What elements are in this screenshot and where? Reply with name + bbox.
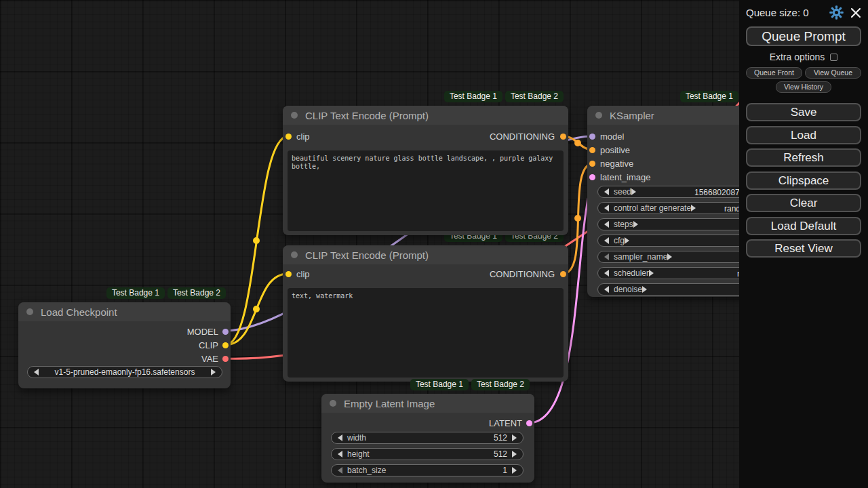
settings-gear-icon[interactable] bbox=[829, 5, 844, 20]
wire-midpoint-dot[interactable] bbox=[574, 215, 581, 222]
node-title: CLIP Text Encode (Prompt) bbox=[305, 249, 429, 261]
widget-label: control after generate bbox=[614, 203, 691, 213]
increment-arrow-icon[interactable] bbox=[512, 467, 517, 474]
input-label-model: model bbox=[600, 131, 624, 142]
load-button[interactable]: Load bbox=[746, 126, 861, 144]
increment-arrow-icon[interactable] bbox=[512, 434, 517, 441]
widget-label: sampler_name bbox=[614, 252, 667, 262]
decrement-arrow-icon[interactable] bbox=[604, 221, 609, 228]
output-slot-conditioning[interactable] bbox=[560, 134, 566, 140]
node-canvas[interactable]: Test Badge 1 Test Badge 2 Load Checkpoin… bbox=[0, 0, 868, 488]
prompt-textarea[interactable]: text, watermark bbox=[288, 288, 564, 378]
increment-arrow-icon[interactable] bbox=[625, 237, 629, 244]
node-empty-latent-image[interactable]: Test Badge 1 Test Badge 2 Empty Latent I… bbox=[321, 394, 534, 483]
collapse-dot-icon[interactable] bbox=[595, 112, 602, 119]
increment-arrow-icon[interactable] bbox=[512, 451, 517, 458]
decrement-arrow-icon[interactable] bbox=[604, 188, 609, 195]
refresh-button[interactable]: Refresh bbox=[746, 148, 861, 167]
combo-right-arrow-icon[interactable] bbox=[211, 369, 216, 375]
queue-front-button[interactable]: Queue Front bbox=[746, 67, 802, 79]
clipspace-button[interactable]: Clipspace bbox=[746, 171, 861, 190]
view-queue-button[interactable]: View Queue bbox=[805, 67, 861, 79]
extra-options-checkbox[interactable] bbox=[830, 54, 837, 61]
input-label-clip: clip bbox=[296, 269, 310, 279]
output-slot-vae[interactable] bbox=[222, 356, 229, 362]
queue-prompt-button[interactable]: Queue Prompt bbox=[746, 26, 861, 46]
decrement-arrow-icon[interactable] bbox=[338, 451, 342, 458]
combo-left-arrow-icon[interactable] bbox=[604, 253, 609, 260]
collapse-dot-icon[interactable] bbox=[291, 251, 298, 258]
load-default-button[interactable]: Load Default bbox=[746, 217, 861, 235]
input-slot-model[interactable] bbox=[589, 134, 595, 140]
node-clip-text-encode-positive[interactable]: Test Badge 1 Test Badge 2 CLIP Text Enco… bbox=[283, 106, 568, 235]
input-slot-clip[interactable] bbox=[285, 134, 292, 140]
node-clip-text-encode-negative[interactable]: Test Badge 1 Test Badge 2 CLIP Text Enco… bbox=[283, 245, 568, 382]
input-label-latent-image: latent_image bbox=[600, 172, 650, 182]
badge-row: Test Badge 1 Test Badge 2 bbox=[444, 91, 564, 102]
node-title: KSampler bbox=[610, 110, 654, 121]
node-titlebar[interactable]: Empty Latent Image bbox=[321, 394, 534, 413]
node-title: Empty Latent Image bbox=[344, 398, 435, 409]
height-number-widget[interactable]: height 512 bbox=[331, 448, 524, 460]
input-slot-latent-image[interactable] bbox=[589, 174, 595, 180]
widget-label: denoise bbox=[614, 285, 642, 294]
increment-arrow-icon[interactable] bbox=[642, 286, 647, 293]
increment-arrow-icon[interactable] bbox=[633, 221, 638, 228]
widget-label: width bbox=[347, 433, 366, 443]
combo-right-arrow-icon[interactable] bbox=[667, 253, 672, 260]
ckpt-name-combo[interactable]: v1-5-pruned-emaonly-fp16.safetensors bbox=[27, 366, 222, 378]
decrement-arrow-icon[interactable] bbox=[604, 237, 609, 244]
menu-panel: Queue size: 0 bbox=[739, 0, 868, 488]
widget-value: 512 bbox=[494, 433, 507, 443]
extra-options-label: Extra options bbox=[770, 52, 825, 62]
prompt-textarea[interactable]: beautiful scenery nature glass bottle la… bbox=[288, 150, 564, 231]
increment-arrow-icon[interactable] bbox=[631, 188, 636, 195]
collapse-dot-icon[interactable] bbox=[26, 308, 33, 315]
collapse-dot-icon[interactable] bbox=[330, 400, 336, 407]
widget-value: 1 bbox=[502, 466, 507, 475]
input-slot-negative[interactable] bbox=[589, 161, 595, 167]
collapse-dot-icon[interactable] bbox=[291, 112, 298, 119]
decrement-arrow-icon[interactable] bbox=[604, 286, 609, 293]
input-slot-positive[interactable] bbox=[589, 147, 595, 153]
view-history-button[interactable]: View History bbox=[776, 81, 831, 93]
widget-value: 1566802087 bbox=[694, 188, 740, 197]
node-titlebar[interactable]: Load Checkpoint bbox=[18, 302, 231, 321]
batch-size-number-widget[interactable]: batch_size 1 bbox=[331, 464, 524, 476]
node-badge: Test Badge 1 bbox=[680, 91, 738, 102]
reset-view-button[interactable]: Reset View bbox=[746, 239, 861, 258]
save-button[interactable]: Save bbox=[746, 103, 861, 121]
output-slot-model[interactable] bbox=[222, 329, 229, 335]
wire-midpoint-dot[interactable] bbox=[253, 306, 260, 312]
decrement-arrow-icon[interactable] bbox=[338, 467, 342, 474]
output-label-vae: VAE bbox=[201, 354, 218, 364]
node-titlebar[interactable]: CLIP Text Encode (Prompt) bbox=[283, 245, 568, 264]
node-badge: Test Badge 1 bbox=[106, 287, 165, 299]
combo-right-arrow-icon[interactable] bbox=[691, 205, 696, 211]
queue-size-label: Queue size: 0 bbox=[746, 7, 829, 18]
node-badge: Test Badge 2 bbox=[505, 91, 564, 102]
input-slot-clip[interactable] bbox=[285, 271, 292, 277]
clear-button[interactable]: Clear bbox=[746, 194, 861, 212]
output-label-clip: CLIP bbox=[199, 340, 218, 350]
combo-left-arrow-icon[interactable] bbox=[34, 369, 39, 375]
node-titlebar[interactable]: CLIP Text Encode (Prompt) bbox=[283, 106, 568, 125]
node-badge: Test Badge 1 bbox=[410, 379, 469, 390]
input-label-negative: negative bbox=[600, 159, 633, 169]
output-slot-conditioning[interactable] bbox=[560, 271, 566, 277]
node-load-checkpoint[interactable]: Test Badge 1 Test Badge 2 Load Checkpoin… bbox=[18, 302, 231, 388]
wire-midpoint-dot[interactable] bbox=[574, 140, 581, 146]
combo-right-arrow-icon[interactable] bbox=[649, 270, 654, 277]
output-slot-latent[interactable] bbox=[526, 420, 532, 426]
output-slot-clip[interactable] bbox=[222, 342, 229, 348]
decrement-arrow-icon[interactable] bbox=[338, 434, 342, 441]
wire-midpoint-dot[interactable] bbox=[253, 237, 260, 244]
close-icon[interactable] bbox=[850, 7, 861, 18]
combo-left-arrow-icon[interactable] bbox=[604, 205, 609, 211]
input-label-positive: positive bbox=[600, 145, 630, 155]
combo-left-arrow-icon[interactable] bbox=[604, 270, 609, 277]
widget-label: steps bbox=[614, 220, 633, 229]
output-label-latent: LATENT bbox=[489, 418, 522, 428]
width-number-widget[interactable]: width 512 bbox=[331, 432, 524, 444]
node-badge: Test Badge 2 bbox=[167, 287, 226, 299]
